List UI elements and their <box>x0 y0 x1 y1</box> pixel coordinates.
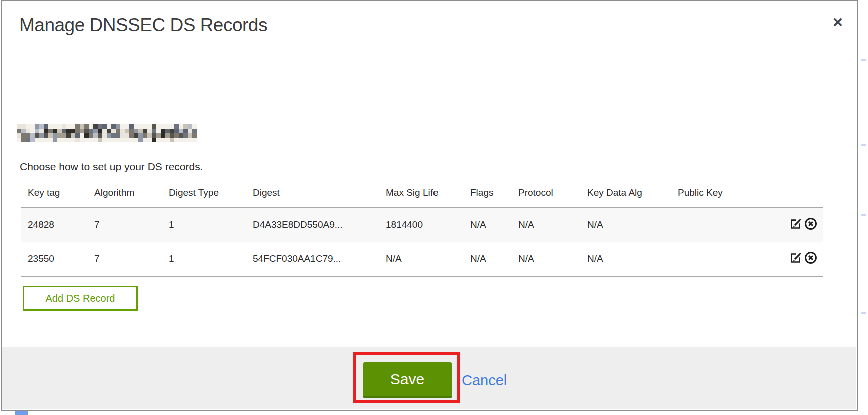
background-page-artifact <box>861 214 866 216</box>
cell-digest-type: 1 <box>162 208 246 242</box>
column-header-key-data-alg: Key Data Alg <box>580 179 671 208</box>
cancel-link[interactable]: Cancel <box>462 372 507 389</box>
cell-public-key <box>671 208 753 242</box>
cell-digest-type: 1 <box>162 242 246 276</box>
cell-algorithm: 7 <box>87 208 162 242</box>
cell-public-key <box>671 242 753 276</box>
screenshot-stage: Manage DNSSEC DS Records × Choose how to… <box>0 0 868 415</box>
cell-key-tag: 24828 <box>21 208 87 242</box>
delete-icon[interactable] <box>804 217 818 234</box>
background-page-artifact <box>861 59 866 62</box>
column-header-digest-type: Digest Type <box>162 179 246 208</box>
column-header-key-tag: Key tag <box>21 179 87 208</box>
add-ds-record-button[interactable]: Add DS Record <box>23 286 138 311</box>
redacted-domain-name <box>17 124 197 142</box>
dialog-title: Manage DNSSEC DS Records <box>19 15 267 36</box>
edit-icon[interactable] <box>789 251 803 268</box>
column-header-flags: Flags <box>463 179 511 208</box>
ds-records-table: Key tagAlgorithmDigest TypeDigestMax Sig… <box>21 179 823 277</box>
edit-icon[interactable] <box>789 217 803 234</box>
cell-max-sig-life: 1814400 <box>379 208 463 242</box>
cell-max-sig-life: N/A <box>379 242 463 276</box>
table-row: 235507154FCF030AA1C79...N/AN/AN/AN/A <box>21 242 823 276</box>
cell-key-data-alg: N/A <box>580 242 671 276</box>
cell-key-tag: 23550 <box>21 242 87 276</box>
save-button[interactable]: Save <box>363 362 452 398</box>
cell-algorithm: 7 <box>87 242 162 276</box>
close-icon[interactable]: × <box>827 11 849 33</box>
instruction-text: Choose how to set up your DS records. <box>20 161 203 173</box>
row-actions <box>753 242 823 276</box>
cell-protocol: N/A <box>511 242 580 276</box>
row-actions <box>753 208 823 242</box>
column-header-max-sig-life: Max Sig Life <box>379 179 463 208</box>
cell-digest: D4A33E8DD550A9... <box>246 208 379 242</box>
delete-icon[interactable] <box>804 251 818 268</box>
cell-flags: N/A <box>463 242 511 276</box>
cell-digest: 54FCF030AA1C79... <box>246 242 379 276</box>
column-header-public-key: Public Key <box>671 179 753 208</box>
column-header-protocol: Protocol <box>511 179 580 208</box>
background-page-artifact <box>15 410 28 415</box>
cell-flags: N/A <box>463 208 511 242</box>
cell-key-data-alg: N/A <box>580 208 671 242</box>
background-page-artifact <box>861 144 866 146</box>
cell-protocol: N/A <box>511 208 580 242</box>
column-header-digest: Digest <box>246 179 379 208</box>
table-header-row: Key tagAlgorithmDigest TypeDigestMax Sig… <box>21 179 823 208</box>
table-row: 2482871D4A33E8DD550A9...1814400N/AN/AN/A <box>21 208 823 242</box>
column-header-algorithm: Algorithm <box>87 179 162 208</box>
background-page-artifact <box>861 312 866 314</box>
